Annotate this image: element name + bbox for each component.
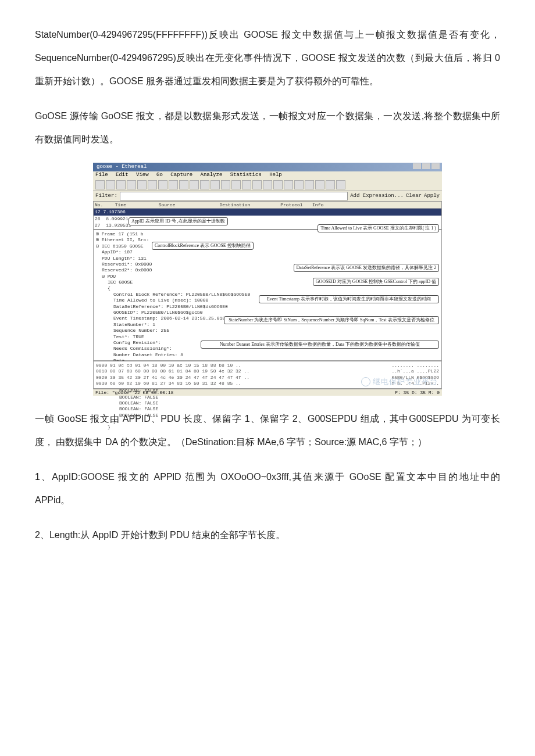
detail-test: Test*: TRUE <box>113 334 439 340</box>
toolbar-button[interactable] <box>158 180 167 189</box>
maximize-icon[interactable] <box>422 163 430 169</box>
toolbar-button[interactable] <box>284 180 293 189</box>
detail-iec: IEC 61850 GOOSE <box>102 243 144 249</box>
menu-analyze[interactable]: Analyze <box>200 172 222 178</box>
filter-input[interactable] <box>120 192 348 200</box>
callout-timestamp: Event Timestamp 表示事件时标，该值为时间发生的时间而非本段报文发… <box>259 295 439 303</box>
toolbar-button[interactable] <box>190 180 199 189</box>
hex-ascii: ........ ........ <box>391 363 439 368</box>
toolbar-button[interactable] <box>95 180 105 189</box>
toolbar-button[interactable] <box>273 180 283 189</box>
hex-row: 0010 00 07 68 60 00 00 00 61 81 84 80 19… <box>96 368 249 374</box>
hex-row: 0020 30 35 42 30 2f 4c 4c 4e 30 24 47 4f… <box>96 375 249 381</box>
paragraph-1: StateNumber(0-4294967295(FFFFFFFF))反映出 G… <box>35 23 500 93</box>
col-time: Time <box>115 202 156 208</box>
detail-bool: BOOLEAN: FALSE <box>119 395 439 400</box>
col-source: Source <box>159 202 217 208</box>
filter-bar: Filter: Add Expression... Clear Apply <box>93 191 442 201</box>
menu-file[interactable]: File <box>95 172 108 178</box>
menu-bar: File Edit View Go Capture Analyze Statis… <box>93 171 442 179</box>
menu-help[interactable]: Help <box>269 172 282 178</box>
toolbar-button[interactable] <box>137 180 147 189</box>
detail-sqnum: Sequence Number: 255 <box>113 328 439 334</box>
detail-pdu: PDU <box>108 274 116 279</box>
toolbar-button[interactable] <box>211 180 220 189</box>
menu-statistics[interactable]: Statistics <box>230 172 262 178</box>
window-title: goose - Ethereal <box>97 164 147 170</box>
toolbar-button[interactable] <box>200 180 209 189</box>
detail-pdulen: PDU Length*: 131 <box>102 256 439 261</box>
packet-row-selected[interactable]: 17 7.107306 <box>94 209 441 216</box>
callout-dsref: DataSetReference 表示该 GOOSE 发送数据集的路径，具体解释… <box>294 264 439 272</box>
hex-ascii: h`b.`.'4 ..P12H.. <box>391 381 439 386</box>
toolbar-button[interactable] <box>221 180 230 189</box>
toolbar-button[interactable] <box>127 180 136 189</box>
detail-dsref: DataSetReference*: PL2205B0/LLN0$dsGOOSE… <box>113 304 439 310</box>
window-titlebar: goose - Ethereal <box>93 163 442 171</box>
toolbar-button[interactable] <box>179 180 188 189</box>
toolbar-button[interactable] <box>326 180 335 189</box>
toolbar-button[interactable] <box>242 180 251 189</box>
detail-appid: AppID*: 107 <box>102 249 439 255</box>
minimize-icon[interactable] <box>413 163 421 169</box>
window-buttons <box>413 163 440 169</box>
detail-bool: BOOLEAN: FALSE <box>119 388 439 394</box>
detail-numds: Number Dataset Entries: 8 <box>113 352 439 358</box>
toolbar-button[interactable] <box>169 180 178 189</box>
tool-bar <box>93 179 442 191</box>
menu-go[interactable]: Go <box>156 172 163 178</box>
detail-bool: BOOLEAN: FALSE <box>119 406 439 412</box>
menu-capture[interactable]: Capture <box>170 172 192 178</box>
paragraph-2: GoOSE 源传输 GoOSE 报文，都是以数据集形式发送，一帧报文对应一个数据… <box>35 105 500 151</box>
toolbar-button[interactable] <box>336 180 345 189</box>
callout-tal: Time Allowed to Live 表示 GOOSE 报文的生存时限( 注… <box>318 224 439 232</box>
hex-row: 0000 01 0c cd 01 04 18 00 10 ac 10 15 18… <box>96 363 241 368</box>
detail-frame: Frame 17 (151 b <box>102 231 144 237</box>
filter-apply[interactable]: Apply <box>424 193 440 199</box>
filter-addexpr[interactable]: Add Expression... <box>350 193 404 199</box>
toolbar-button[interactable] <box>231 180 241 189</box>
hex-ascii: ..h`...a ....PL22 <box>391 368 439 374</box>
detail-goid: GOOSEID*: PL2205B0/LLN0$GO$gocb0 <box>113 310 439 316</box>
callout-numds: Number Dataset Entries 表示所传输数据集中数据的数量，Da… <box>201 341 439 349</box>
toolbar-button[interactable] <box>252 180 262 189</box>
toolbar-button[interactable] <box>106 180 115 189</box>
toolbar-button[interactable] <box>294 180 304 189</box>
toolbar-button[interactable] <box>263 180 272 189</box>
filter-label: Filter: <box>95 193 117 199</box>
menu-edit[interactable]: Edit <box>116 172 129 178</box>
hex-row: 0030 68 60 62 10 60 81 27 34 83 16 50 31… <box>96 381 241 386</box>
callout-gooseid: GOOSEID 对应为 GOOSE 控制块 GSEControl 下的 appI… <box>313 278 439 286</box>
filter-clear[interactable]: Clear <box>406 193 422 199</box>
col-info: Info <box>312 202 323 208</box>
close-icon[interactable] <box>431 163 440 169</box>
packet-details[interactable]: ⊞ Frame 17 (151 b ⊞ Ethernet II, Src: ⊟ … <box>93 230 442 361</box>
hex-pane[interactable]: 0000 01 0c cd 01 04 18 00 10 ac 10 15 18… <box>93 361 442 389</box>
toolbar-button[interactable] <box>315 180 324 189</box>
callout-cbref: ControlBlockReference 表示 GOOSE 控制块路径 <box>152 242 254 250</box>
col-protocol: Protocol <box>280 202 309 208</box>
toolbar-button[interactable] <box>305 180 314 189</box>
callout-stnum: StateNumber 为状态序号即 StNum，SequenceNumber … <box>224 316 439 324</box>
toolbar-button[interactable] <box>116 180 126 189</box>
packet-list-header: No. Time Source Destination Protocol Inf… <box>94 202 441 209</box>
screenshot-figure: goose - Ethereal File Edit View Go Captu… <box>93 163 442 396</box>
hex-ascii: 05B0/LLN 0$GO$GOO <box>391 375 439 381</box>
col-destination: Destination <box>219 202 277 208</box>
toolbar-button[interactable] <box>148 180 157 189</box>
paragraph-4: 1、AppID:GOOSE 报文的 APPlD 范围为 OXOoOO~0x3ff… <box>35 465 500 512</box>
col-no: No. <box>95 202 112 208</box>
detail-bool: BOOLEAN: FALSE <box>119 400 439 406</box>
detail-bool: BOOLEAN: FALSE <box>119 413 439 418</box>
paragraph-5: 2、Length:从 AppID 开始计数到 PDU 结束的全部字节长度。 <box>35 524 500 547</box>
detail-ethernet: Ethernet II, Src: <box>102 237 149 242</box>
callout-appid: AppID 表示应用 ID 号 ,在此显示的是十进制数 <box>129 217 228 225</box>
menu-view[interactable]: View <box>136 172 149 178</box>
